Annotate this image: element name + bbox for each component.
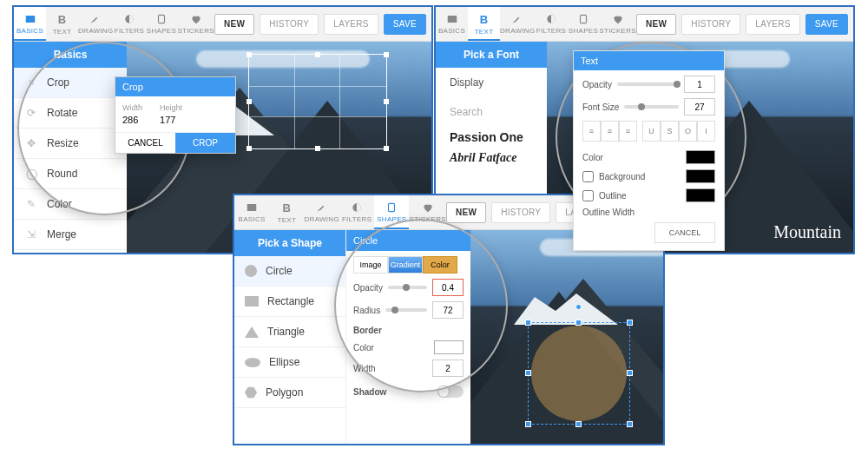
rotate-handle[interactable] [575,304,582,310]
save-button[interactable]: SAVE [806,14,848,35]
history-button[interactable]: HISTORY [681,14,740,35]
bg-swatch[interactable] [686,169,715,183]
italic-button[interactable]: I [697,121,715,142]
cancel-button[interactable]: CANCEL [654,222,715,243]
tab-shapes[interactable]: SHAPES [567,7,599,41]
align-center-button[interactable]: ≡ [601,121,619,142]
sidebar-item-resize[interactable]: ✥Resize [14,129,127,159]
width-value[interactable]: 286 [122,112,142,125]
font-category-display[interactable]: Display [436,68,547,97]
radius-field[interactable] [432,301,464,319]
border-width-field[interactable] [432,359,464,377]
filltab-color[interactable]: Color [423,256,457,274]
crop-handle[interactable] [247,99,252,104]
tab-stickers[interactable]: STICKERS [177,7,214,41]
radius-slider[interactable] [385,308,427,312]
sidebar-item-rotate[interactable]: ⟳Rotate [14,98,127,129]
shape-option-triangle[interactable]: Triangle [234,317,345,347]
tab-filters[interactable]: FILTERS [339,195,374,229]
filltab-image[interactable]: Image [353,256,388,274]
history-button[interactable]: HISTORY [260,14,319,35]
color-swatch[interactable] [686,150,715,164]
brush-icon [316,201,328,214]
save-button[interactable]: SAVE [384,14,426,35]
selection-handle[interactable] [627,421,633,427]
opacity-slider[interactable] [617,82,679,86]
tab-basics[interactable]: BASICS [436,7,468,41]
history-button[interactable]: HISTORY [491,202,550,223]
background-label: Background [599,172,645,181]
crop-handle[interactable] [247,146,252,151]
tab-drawing[interactable]: DRAWING [78,7,113,41]
opacity-slider[interactable] [388,286,427,289]
tab-filters[interactable]: FILTERS [113,7,145,41]
canvas[interactable] [470,230,663,444]
align-left-button[interactable]: ≡ [582,121,601,142]
cancel-button[interactable]: CANCEL [115,133,175,153]
shape-option-polygon[interactable]: Polygon [234,378,345,408]
border-color-swatch[interactable] [434,340,464,354]
sidebar-item-crop[interactable]: ⌗Crop [14,68,127,98]
fontsize-slider[interactable] [624,105,679,109]
underline-button[interactable]: U [642,121,661,142]
crop-handle[interactable] [384,52,389,57]
canvas-text[interactable]: Mountain [773,222,841,242]
selection-handle[interactable] [525,370,531,376]
background-check[interactable] [582,171,594,182]
tab-shapes[interactable]: SHAPES [145,7,177,41]
selection-handle[interactable] [627,370,633,376]
tab-drawing[interactable]: DRAWING [500,7,535,41]
sidebar-title: Pick a Font [436,42,547,68]
crop-box[interactable] [248,54,387,149]
overline-button[interactable]: O [679,121,697,142]
tab-basics[interactable]: BASICS [14,7,46,41]
shape-option-circle[interactable]: Circle [234,256,345,287]
selection-handle[interactable] [627,320,633,326]
new-button[interactable]: NEW [446,202,486,223]
crop-handle[interactable] [315,146,320,151]
tab-stickers[interactable]: STICKERS [409,195,445,229]
selection-handle[interactable] [525,421,531,427]
sidebar-item-merge[interactable]: ⇲Merge [14,220,127,250]
new-button[interactable]: NEW [214,14,254,35]
tab-basics[interactable]: BASICS [234,195,269,229]
align-right-button[interactable]: ≡ [619,121,637,142]
eyedropper-icon: ✎ [24,198,38,210]
selection-box[interactable] [528,322,630,425]
height-value[interactable]: 177 [160,112,182,125]
shadow-toggle[interactable] [437,386,464,398]
strike-button[interactable]: S [661,121,679,142]
tab-shapes[interactable]: SHAPES [374,195,409,229]
selection-handle[interactable] [575,320,582,326]
tab-filters[interactable]: FILTERS [535,7,567,41]
shape-option-rectangle[interactable]: Rectangle [234,287,345,317]
selection-handle[interactable] [575,421,582,427]
crop-handle[interactable] [384,146,389,151]
selection-handle[interactable] [525,320,531,326]
layers-button[interactable]: LAYERS [746,14,800,35]
outline-check[interactable] [582,190,594,201]
fontsize-field[interactable] [684,98,715,115]
font-option-passion-one[interactable]: Passion One [436,127,547,148]
sidebar-item-round[interactable]: ◯Round [14,159,127,189]
crop-handle[interactable] [315,52,320,57]
font-option-abril[interactable]: Abril Fatface [436,148,547,168]
outline-swatch[interactable] [686,188,715,202]
tab-stickers[interactable]: STICKERS [599,7,635,41]
new-button[interactable]: NEW [636,14,676,35]
shape-option-ellipse[interactable]: Ellipse [234,347,345,378]
merge-icon: ⇲ [24,228,38,241]
layers-button[interactable]: LAYERS [324,14,378,35]
radius-label: Radius [353,306,380,315]
crop-handle[interactable] [384,99,389,104]
crop-handle[interactable] [247,52,252,57]
sidebar-item-color[interactable]: ✎Color [14,189,127,220]
opacity-field[interactable] [684,76,715,93]
opacity-field[interactable] [432,279,464,296]
filltab-gradient[interactable]: Gradient [388,256,423,274]
tab-text[interactable]: BTEXT [269,195,304,229]
tab-drawing[interactable]: DRAWING [305,195,339,229]
tab-text[interactable]: BTEXT [46,7,78,41]
crop-button[interactable]: CROP [175,133,235,153]
tab-text[interactable]: BTEXT [468,7,500,41]
